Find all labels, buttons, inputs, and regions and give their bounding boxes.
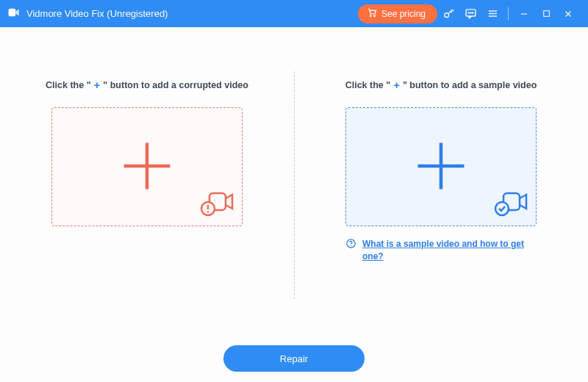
add-sample-video-dropzone[interactable]	[345, 107, 537, 226]
maximize-icon[interactable]	[535, 0, 557, 27]
titlebar-divider	[508, 7, 509, 21]
svg-rect-0	[9, 9, 16, 17]
app-logo-icon	[7, 6, 21, 21]
inline-plus-icon: +	[93, 79, 102, 91]
sample-instruction-post: " button to add a sample video	[403, 80, 537, 90]
add-corrupted-video-dropzone[interactable]	[51, 107, 243, 226]
key-icon[interactable]	[437, 0, 459, 27]
help-icon	[345, 238, 356, 251]
svg-point-3	[444, 13, 448, 18]
plus-icon	[116, 135, 178, 199]
close-icon[interactable]	[557, 0, 579, 27]
svg-point-5	[468, 12, 469, 13]
corrupted-instruction: Click the " + " button to add a corrupte…	[46, 79, 248, 91]
sample-pane: Click the " + " button to add a sample v…	[294, 79, 588, 345]
vertical-divider	[294, 71, 295, 299]
sample-help-link[interactable]: What is a sample video and how to get on…	[362, 238, 537, 264]
minimize-icon[interactable]	[513, 0, 535, 27]
titlebar: Vidmore Video Fix (Unregistered) See pri…	[0, 0, 588, 27]
video-warning-icon	[199, 188, 234, 220]
svg-point-26	[351, 245, 351, 246]
corrupted-instruction-pre: Click the "	[46, 80, 91, 90]
main-area: Click the " + " button to add a corrupte…	[0, 27, 588, 345]
feedback-icon[interactable]	[459, 0, 481, 27]
corrupted-instruction-post: " button to add a corrupted video	[103, 80, 248, 90]
svg-point-20	[207, 211, 209, 212]
footer: Repair	[0, 345, 588, 382]
cart-icon	[367, 7, 377, 20]
plus-icon	[410, 135, 472, 199]
sample-help-row: What is a sample video and how to get on…	[345, 238, 537, 264]
see-pricing-button[interactable]: See pricing	[358, 4, 437, 24]
svg-rect-12	[543, 11, 549, 17]
sample-instruction-pre: Click the "	[345, 80, 391, 90]
svg-point-1	[370, 15, 371, 17]
svg-point-2	[374, 15, 376, 17]
inline-plus-icon: +	[392, 79, 401, 91]
corrupted-pane: Click the " + " button to add a corrupte…	[0, 79, 294, 345]
video-check-icon	[493, 188, 528, 220]
repair-button[interactable]: Repair	[223, 345, 365, 372]
svg-point-7	[472, 12, 473, 13]
sample-instruction: Click the " + " button to add a sample v…	[345, 79, 537, 91]
app-title: Vidmore Video Fix (Unregistered)	[26, 8, 168, 19]
svg-point-6	[470, 12, 470, 13]
see-pricing-label: See pricing	[381, 9, 426, 19]
menu-icon[interactable]	[481, 0, 503, 27]
